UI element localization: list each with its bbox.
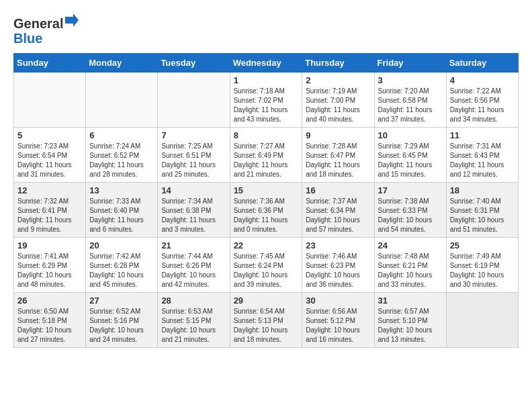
day-info: Sunrise: 7:41 AM Sunset: 6:29 PM Dayligh… [17, 252, 82, 289]
logo-arrow-icon [65, 13, 79, 34]
calendar-cell: 3Sunrise: 7:20 AM Sunset: 6:58 PM Daylig… [374, 73, 446, 128]
day-header-saturday: Saturday [446, 54, 518, 73]
day-number: 30 [306, 295, 370, 306]
calendar-cell: 7Sunrise: 7:25 AM Sunset: 6:51 PM Daylig… [158, 128, 230, 183]
day-header-thursday: Thursday [302, 54, 374, 73]
calendar-week-4: 19Sunrise: 7:41 AM Sunset: 6:29 PM Dayli… [14, 238, 519, 293]
calendar-week-1: 1Sunrise: 7:18 AM Sunset: 7:02 PM Daylig… [14, 73, 519, 128]
day-info: Sunrise: 7:34 AM Sunset: 6:38 PM Dayligh… [161, 197, 226, 234]
calendar-week-5: 26Sunrise: 6:50 AM Sunset: 5:18 PM Dayli… [14, 293, 519, 348]
logo-blue: Blue [13, 31, 42, 46]
calendar-cell: 27Sunrise: 6:52 AM Sunset: 5:16 PM Dayli… [86, 293, 158, 348]
day-number: 24 [378, 240, 443, 250]
day-number: 1 [234, 75, 299, 85]
calendar-cell: 25Sunrise: 7:49 AM Sunset: 6:19 PM Dayli… [446, 238, 518, 293]
day-info: Sunrise: 6:57 AM Sunset: 5:10 PM Dayligh… [378, 307, 443, 345]
svg-marker-0 [65, 13, 79, 27]
calendar-cell [158, 73, 230, 128]
calendar-cell: 26Sunrise: 6:50 AM Sunset: 5:18 PM Dayli… [14, 293, 86, 348]
day-number: 17 [378, 185, 443, 195]
logo-container: General Blue [13, 13, 79, 46]
day-number: 16 [306, 185, 370, 195]
day-number: 27 [89, 295, 154, 306]
day-info: Sunrise: 7:19 AM Sunset: 7:00 PM Dayligh… [306, 87, 370, 124]
day-info: Sunrise: 7:18 AM Sunset: 7:02 PM Dayligh… [234, 87, 299, 124]
day-info: Sunrise: 6:56 AM Sunset: 5:12 PM Dayligh… [306, 307, 370, 345]
calendar-cell: 28Sunrise: 6:53 AM Sunset: 5:15 PM Dayli… [158, 293, 230, 348]
calendar-table: SundayMondayTuesdayWednesdayThursdayFrid… [13, 53, 519, 348]
calendar-cell: 20Sunrise: 7:42 AM Sunset: 6:28 PM Dayli… [86, 238, 158, 293]
day-info: Sunrise: 7:22 AM Sunset: 6:56 PM Dayligh… [450, 87, 515, 124]
day-number: 3 [378, 75, 443, 85]
calendar-cell: 17Sunrise: 7:38 AM Sunset: 6:33 PM Dayli… [374, 183, 446, 238]
calendar-week-3: 12Sunrise: 7:32 AM Sunset: 6:41 PM Dayli… [14, 183, 519, 238]
calendar-cell: 31Sunrise: 6:57 AM Sunset: 5:10 PM Dayli… [374, 293, 446, 348]
day-number: 12 [17, 185, 82, 195]
day-number: 6 [89, 130, 154, 140]
calendar-cell [86, 73, 158, 128]
calendar-cell: 24Sunrise: 7:48 AM Sunset: 6:21 PM Dayli… [374, 238, 446, 293]
day-number: 13 [89, 185, 154, 195]
day-info: Sunrise: 6:52 AM Sunset: 5:16 PM Dayligh… [89, 307, 154, 345]
day-info: Sunrise: 7:36 AM Sunset: 6:36 PM Dayligh… [234, 197, 299, 234]
calendar-cell: 11Sunrise: 7:31 AM Sunset: 6:43 PM Dayli… [446, 128, 518, 183]
calendar-cell: 8Sunrise: 7:27 AM Sunset: 6:49 PM Daylig… [230, 128, 302, 183]
calendar-cell: 13Sunrise: 7:33 AM Sunset: 6:40 PM Dayli… [86, 183, 158, 238]
calendar-week-2: 5Sunrise: 7:23 AM Sunset: 6:54 PM Daylig… [14, 128, 519, 183]
day-number: 11 [450, 130, 515, 140]
calendar-cell: 12Sunrise: 7:32 AM Sunset: 6:41 PM Dayli… [14, 183, 86, 238]
day-number: 15 [234, 185, 299, 195]
day-header-wednesday: Wednesday [230, 54, 302, 73]
day-number: 9 [306, 130, 370, 140]
day-number: 14 [161, 185, 226, 195]
day-info: Sunrise: 6:50 AM Sunset: 5:18 PM Dayligh… [17, 307, 82, 345]
day-number: 7 [161, 130, 226, 140]
day-info: Sunrise: 7:46 AM Sunset: 6:23 PM Dayligh… [306, 252, 370, 289]
day-number: 20 [89, 240, 154, 250]
calendar-cell [14, 73, 86, 128]
day-info: Sunrise: 7:38 AM Sunset: 6:33 PM Dayligh… [378, 197, 443, 234]
day-info: Sunrise: 7:48 AM Sunset: 6:21 PM Dayligh… [378, 252, 443, 289]
calendar-cell: 30Sunrise: 6:56 AM Sunset: 5:12 PM Dayli… [302, 293, 374, 348]
calendar-cell: 16Sunrise: 7:37 AM Sunset: 6:34 PM Dayli… [302, 183, 374, 238]
calendar-cell: 10Sunrise: 7:29 AM Sunset: 6:45 PM Dayli… [374, 128, 446, 183]
calendar-cell: 4Sunrise: 7:22 AM Sunset: 6:56 PM Daylig… [446, 73, 518, 128]
day-info: Sunrise: 7:33 AM Sunset: 6:40 PM Dayligh… [89, 197, 154, 234]
day-number: 31 [378, 295, 443, 306]
day-header-sunday: Sunday [14, 54, 86, 73]
day-info: Sunrise: 7:29 AM Sunset: 6:45 PM Dayligh… [378, 142, 443, 179]
page-header: General Blue [13, 13, 519, 46]
day-info: Sunrise: 7:27 AM Sunset: 6:49 PM Dayligh… [234, 142, 299, 179]
calendar-cell: 22Sunrise: 7:45 AM Sunset: 6:24 PM Dayli… [230, 238, 302, 293]
day-number: 2 [306, 75, 370, 85]
calendar-cell: 9Sunrise: 7:28 AM Sunset: 6:47 PM Daylig… [302, 128, 374, 183]
day-info: Sunrise: 7:49 AM Sunset: 6:19 PM Dayligh… [450, 252, 515, 289]
calendar-cell: 29Sunrise: 6:54 AM Sunset: 5:13 PM Dayli… [230, 293, 302, 348]
calendar-cell: 2Sunrise: 7:19 AM Sunset: 7:00 PM Daylig… [302, 73, 374, 128]
day-info: Sunrise: 6:54 AM Sunset: 5:13 PM Dayligh… [234, 307, 299, 345]
day-header-monday: Monday [86, 54, 158, 73]
day-info: Sunrise: 7:20 AM Sunset: 6:58 PM Dayligh… [378, 87, 443, 124]
day-number: 26 [17, 295, 82, 306]
calendar-cell: 1Sunrise: 7:18 AM Sunset: 7:02 PM Daylig… [230, 73, 302, 128]
day-info: Sunrise: 7:37 AM Sunset: 6:34 PM Dayligh… [306, 197, 370, 234]
day-info: Sunrise: 7:45 AM Sunset: 6:24 PM Dayligh… [234, 252, 299, 289]
day-number: 5 [17, 130, 82, 140]
day-number: 21 [161, 240, 226, 250]
calendar-cell: 5Sunrise: 7:23 AM Sunset: 6:54 PM Daylig… [14, 128, 86, 183]
day-info: Sunrise: 7:44 AM Sunset: 6:26 PM Dayligh… [161, 252, 226, 289]
day-info: Sunrise: 7:40 AM Sunset: 6:31 PM Dayligh… [450, 197, 515, 234]
day-number: 23 [306, 240, 370, 250]
day-number: 8 [234, 130, 299, 140]
day-header-tuesday: Tuesday [158, 54, 230, 73]
day-info: Sunrise: 6:53 AM Sunset: 5:15 PM Dayligh… [161, 307, 226, 345]
calendar-cell: 6Sunrise: 7:24 AM Sunset: 6:52 PM Daylig… [86, 128, 158, 183]
day-number: 18 [450, 185, 515, 195]
calendar-cell: 21Sunrise: 7:44 AM Sunset: 6:26 PM Dayli… [158, 238, 230, 293]
calendar-cell: 18Sunrise: 7:40 AM Sunset: 6:31 PM Dayli… [446, 183, 518, 238]
day-info: Sunrise: 7:28 AM Sunset: 6:47 PM Dayligh… [306, 142, 370, 179]
day-number: 28 [161, 295, 226, 306]
logo: General Blue [13, 13, 79, 46]
calendar-header-row: SundayMondayTuesdayWednesdayThursdayFrid… [14, 54, 519, 73]
logo-general: General [13, 16, 63, 32]
